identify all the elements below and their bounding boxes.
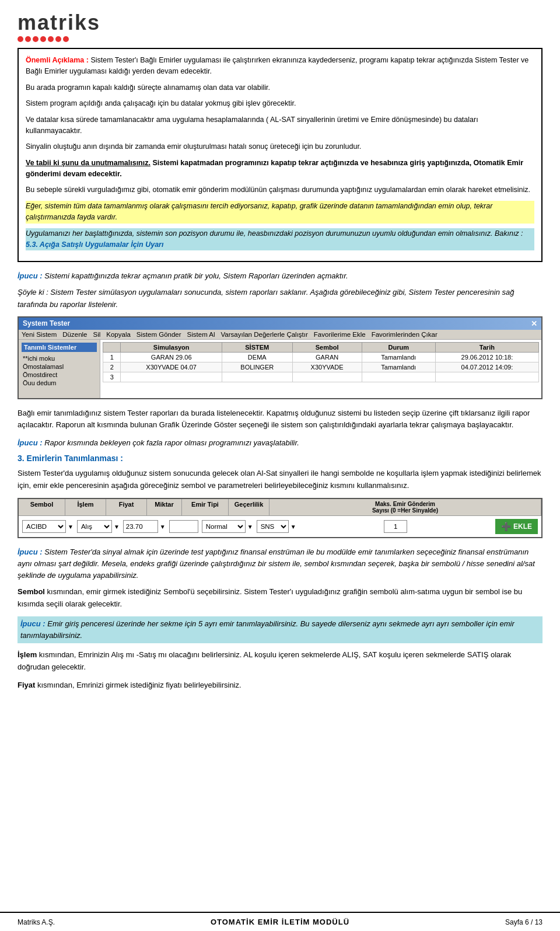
tip1-paragraph: İpucu : Sistemi kapattığınızda tekrar aç…	[18, 270, 542, 282]
list-item[interactable]: **ichi moku	[22, 354, 97, 362]
warning-box: Önemli Açıklama : Sistem Tester'ı Bağlı …	[18, 48, 542, 262]
sembol-select[interactable]: ACIBD	[22, 520, 66, 533]
warning-line9: Eğer, sistemin tüm data tamamlanmış olar…	[26, 201, 534, 224]
gecerlilik-select[interactable]: SNS	[257, 520, 289, 533]
menu-sil[interactable]: Sil	[93, 331, 101, 338]
warning-line10b: Bakınız :	[492, 229, 523, 238]
footer-right: Sayfa 6 / 13	[505, 918, 542, 926]
footer-left: Matriks A.Ş.	[18, 918, 55, 926]
warning-line2: Bu arada programın kapalı kaldığı süreçt…	[26, 82, 534, 93]
tip1b-paragraph: Şöyle ki : Sistem Tester simülasyon uygu…	[18, 287, 542, 310]
cell-sembol: GARAN	[292, 352, 362, 362]
col-header-durum: Durum	[362, 342, 435, 352]
menu-sistem-gonder[interactable]: Sistem Gönder	[136, 331, 181, 338]
cell-tarih	[435, 372, 538, 382]
order-entry-container: Sembol İşlem Fiyat Miktar Emir Tipi Geçe…	[18, 498, 542, 538]
cell-sistem	[222, 372, 292, 382]
dropdown-arrow-icon: ▼	[160, 524, 166, 530]
col-header-sembol: Sembol	[292, 342, 362, 352]
emirtipi-field: Normal ▼	[202, 520, 253, 533]
logo-dot	[33, 36, 38, 42]
logo-dots	[18, 36, 93, 42]
tip3-prefix: İpucu :	[18, 548, 43, 556]
list-item[interactable]: Ömostdirect	[22, 371, 97, 379]
tip4-text: Emir giriş penceresi üzerinde her sekme …	[20, 619, 514, 640]
order-row-data: ACIBD ▼ Alış ▼ ▼ Normal ▼	[19, 516, 541, 537]
sys-tester-menubar: Yeni Sistem Düzenle Sil Kopyala Sistem G…	[19, 330, 541, 340]
dropdown-arrow-icon: ▼	[247, 524, 253, 530]
islem-select[interactable]: Alış	[77, 520, 112, 533]
warning-line1: Önemli Açıklama : Sistem Tester'ı Bağlı …	[26, 55, 534, 78]
menu-favorimlerinden-cikar[interactable]: Favorimlerinden Çıkar	[372, 331, 438, 338]
list-item[interactable]: Öuu dedum	[22, 379, 97, 387]
table-row: 2 X30YVADE 04.07 BOLINGER X30YVADE Tamam…	[103, 362, 539, 372]
sys-tester-titlebar: System Tester ✕	[19, 318, 541, 330]
warning-line6: Ve tabii ki şunu da unutmamalısınız. Sis…	[26, 158, 534, 180]
fiyat-input[interactable]	[123, 520, 158, 533]
order-row-header: Sembol İşlem Fiyat Miktar Emir Tipi Geçe…	[19, 499, 541, 516]
tip3-paragraph: İpucu : Sistem Tester'da sinyal almak iç…	[18, 546, 542, 581]
sembol-bold: Sembol	[18, 587, 45, 596]
dropdown-arrow-icon: ▼	[68, 524, 74, 530]
miktar-input[interactable]	[169, 520, 198, 533]
warning-line3: Sistem program açıldığı anda çalışacağı …	[26, 98, 534, 109]
cell-durum: Tamamlandı	[362, 362, 435, 372]
sembol-paragraph: Sembol kısmından, emir girmek istediğini…	[18, 586, 542, 611]
menu-duzenle[interactable]: Düzenle	[62, 331, 87, 338]
logo-dot	[63, 36, 69, 42]
cell-sistem: DEMA	[222, 352, 292, 362]
islem-bold: İşlem	[18, 650, 37, 659]
col-sembol-header: Sembol	[19, 499, 65, 515]
fiyat-field: ▼	[123, 520, 166, 533]
fiyat-bold: Fiyat	[18, 681, 35, 689]
islem-field: Alış ▼	[77, 520, 120, 533]
footer-center: OTOMATİK EMİR İLETİM MODÜLÜ	[211, 918, 349, 926]
fiyat-paragraph: Fiyat kısmından, Emrinizi girmek istediğ…	[18, 679, 542, 692]
sys-tester-table: Simulasyon SİSTEM Sembol Durum Tarih 1 G…	[103, 342, 539, 382]
col-gecerlilik-header: Geçerlilik	[229, 499, 270, 515]
col-header-sistem: SİSTEM	[222, 342, 292, 352]
fiyat-text: kısmından, Emrinizi girmek istediğiniz f…	[35, 681, 241, 689]
logo-dot	[18, 36, 23, 42]
menu-new-system[interactable]: Yeni Sistem	[22, 331, 57, 338]
cell-num: 1	[103, 352, 121, 362]
tip3-text: Sistem Tester'da sinyal almak için üzeri…	[18, 548, 535, 580]
ekle-label: EKLE	[513, 522, 532, 531]
col-header-tarih: Tarih	[435, 342, 538, 352]
menu-favorilerime-ekle[interactable]: Favorilerime Ekle	[314, 331, 366, 338]
ekle-button[interactable]: ➕ EKLE	[495, 519, 538, 534]
cell-sistem: BOLINGER	[222, 362, 292, 372]
plus-icon: ➕	[501, 522, 511, 531]
warning-line10c: 5.3. Açığa Satışlı Uygulamalar İçin Uyar…	[26, 240, 163, 249]
dropdown-arrow-icon: ▼	[290, 524, 296, 530]
cell-sim: X30YVADE 04.07	[121, 362, 222, 372]
cell-durum	[362, 372, 435, 382]
cell-sembol: X30YVADE	[292, 362, 362, 372]
cell-tarih: 04.07.2012 14:09:	[435, 362, 538, 372]
col-maks-header: Maks. Emir GönderimSayısı (0 =Her Sinyal…	[270, 499, 541, 515]
close-icon[interactable]: ✕	[531, 319, 537, 328]
gecerlilik-field: SNS ▼	[257, 520, 296, 533]
maks-input[interactable]	[384, 520, 407, 533]
col-islem-header: İşlem	[65, 499, 106, 515]
warning-line5: Sinyalin oluştuğu anın dışında bir zaman…	[26, 141, 534, 152]
sys-tester-left-title: Tanımlı Sistemler	[22, 343, 97, 352]
sys-tester-title: System Tester	[23, 319, 70, 327]
cell-sim	[121, 372, 222, 382]
tip2-paragraph: İpucu : Rapor kısmında bekleyen çok fazl…	[18, 437, 542, 449]
warning-title: Önemli Açıklama :	[26, 56, 89, 64]
warning-line10: Uygulamanızı her başlattığınızda, sistem…	[26, 228, 534, 251]
menu-sistem-al[interactable]: Sistem Al	[187, 331, 215, 338]
warning-line8: Bu sebeple sürekli vurguladığımız gibi, …	[26, 184, 534, 196]
warning-line1-text: Sistem Tester'ı Bağlı Emirler uygulaması…	[26, 56, 528, 75]
dropdown-arrow-icon: ▼	[114, 524, 120, 530]
islem-paragraph: İşlem kısmından, Emrinizin Alış mı -Satı…	[18, 649, 542, 674]
logo-dot	[48, 36, 54, 42]
menu-varsayilan[interactable]: Varsayılan Değerlerle Çalıştır	[221, 331, 308, 338]
emirtipi-select[interactable]: Normal	[202, 520, 246, 533]
sembol-field: ACIBD ▼	[22, 520, 74, 533]
list-item[interactable]: Ömostalamasl	[22, 362, 97, 371]
tip4-paragraph: İpucu : Emir giriş penceresi üzerinde he…	[18, 616, 542, 643]
menu-kopyala[interactable]: Kopyala	[106, 331, 131, 338]
logo-dot	[55, 36, 61, 42]
